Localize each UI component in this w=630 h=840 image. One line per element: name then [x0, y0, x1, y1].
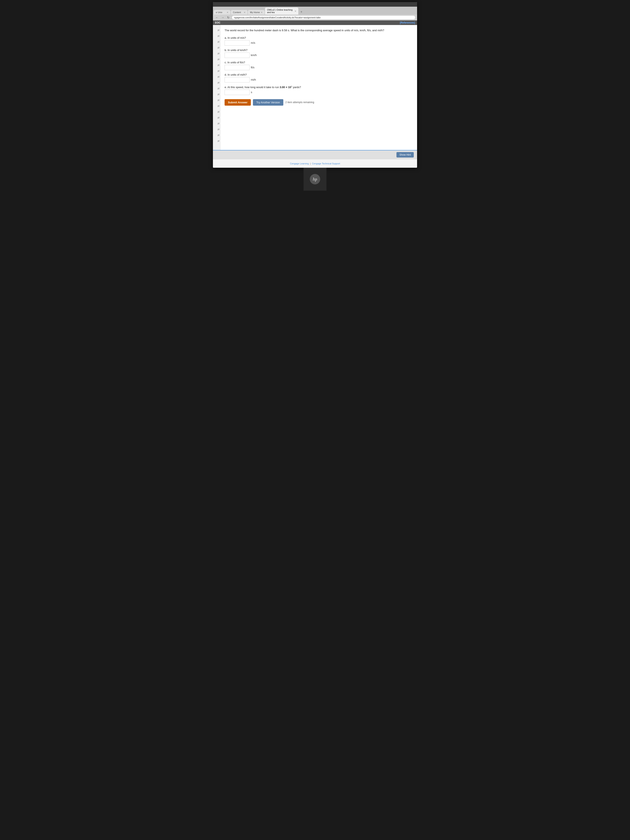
pt-label-8: pt	[213, 68, 220, 74]
tab-myhome-label: My Home	[250, 11, 260, 14]
tab-owlv2-close[interactable]: ✕	[295, 10, 296, 12]
tab-uni-close[interactable]: ✕	[227, 11, 228, 14]
tab-owlv2-label: OWLv2 | Online teaching and lea	[267, 8, 294, 14]
new-tab-button[interactable]: +	[299, 9, 304, 14]
sub-label-a: a. In units of m/s?	[224, 36, 413, 39]
reload-button[interactable]: ↻	[226, 16, 231, 20]
browser-window: e Univ ✕ Content ✕ My Home ✕ OWLv2 | Onl…	[213, 2, 417, 168]
pt-label-16: pt	[213, 115, 220, 120]
tab-content-close[interactable]: ✕	[244, 11, 245, 14]
tab-uni-label: e Univ	[216, 11, 222, 14]
sub-question-b: b. In units of km/h? km/h	[224, 49, 413, 58]
cengage-support-link[interactable]: Cengage Technical Support	[312, 162, 340, 165]
pt-label-4: pt	[213, 44, 220, 51]
tab-myhome[interactable]: My Home ✕	[248, 10, 265, 14]
sub-label-b: b. In units of km/h?	[224, 49, 413, 52]
tab-bar: e Univ ✕ Content ✕ My Home ✕ OWLv2 | Onl…	[213, 7, 417, 14]
cengage-learning-link[interactable]: Cengage Learning	[290, 162, 309, 165]
answer-input-d[interactable]	[224, 77, 249, 82]
tab-content[interactable]: Content ✕	[231, 10, 248, 14]
answer-input-e[interactable]	[224, 90, 249, 95]
tab-myhome-close[interactable]: ✕	[261, 11, 262, 14]
browser-chrome: e Univ ✕ Content ✕ My Home ✕ OWLv2 | Onl…	[213, 7, 417, 21]
pt-label-10: pt	[213, 80, 220, 85]
address-bar[interactable]: ngagenow.com/ilrn/takeAssignment/takeCov…	[232, 16, 415, 20]
laptop-outer: e Univ ✕ Content ✕ My Home ✕ OWLv2 | Onl…	[0, 0, 630, 840]
tab-content-label: Content	[233, 11, 241, 14]
pt-label-18: pt	[213, 126, 220, 132]
answer-input-b[interactable]	[224, 52, 249, 58]
input-row-c: ft/s	[224, 65, 413, 70]
submit-button[interactable]: Submit Answer	[224, 99, 251, 106]
answer-input-a[interactable]	[224, 40, 249, 46]
sub-label-e-prefix: e. At this speed, how long would it take…	[224, 85, 280, 89]
sub-label-e-suffix: yards?	[292, 85, 301, 89]
pt-label-9: pt	[213, 74, 220, 80]
references-link[interactable]: [References]	[400, 21, 415, 24]
hp-logo: hp	[310, 174, 320, 185]
sub-question-c: c. In units of ft/s? ft/s	[224, 61, 413, 70]
pt-label-2: pt	[213, 33, 220, 39]
pt-label-19: pt	[213, 132, 220, 138]
pt-label-3: pt	[213, 39, 220, 44]
pt-label-1: pt	[213, 27, 220, 33]
unit-label-c: ft/s	[251, 66, 254, 69]
question-area: The world record for the hundred meter d…	[220, 25, 417, 150]
pt-label-7: pt	[213, 62, 220, 68]
sidebar: pt pt pt pt pt pt pt pt pt pt pt pt pt p…	[213, 25, 220, 150]
hint-bar: Show Hint	[213, 150, 417, 159]
attempts-remaining: 2 item attempts remaining	[286, 101, 314, 104]
input-row-d: mi/h	[224, 77, 413, 82]
eoc-bar: EOC [References]	[213, 21, 417, 25]
pt-label-13: pt	[213, 97, 220, 103]
os-topbar	[213, 2, 417, 7]
sub-label-d: d. In units of mi/h?	[224, 73, 413, 76]
back-button[interactable]: ←	[215, 16, 219, 20]
sub-question-d: d. In units of mi/h? mi/h	[224, 73, 413, 82]
input-row-a: m/s	[224, 40, 413, 46]
pt-label-17: pt	[213, 120, 220, 126]
unit-label-e: s	[251, 91, 252, 94]
sub-label-e-math: 3.00 × 10	[280, 85, 291, 89]
input-row-e: s	[224, 90, 413, 95]
action-row: Submit Answer Try Another Version 2 item…	[224, 99, 413, 106]
question-text: The world record for the hundred meter d…	[224, 28, 413, 33]
pt-label-11: pt	[213, 85, 220, 91]
pt-label-6: pt	[213, 56, 220, 62]
footer: Cengage Learning | Cengage Technical Sup…	[213, 159, 417, 168]
sub-question-e: e. At this speed, how long would it take…	[224, 85, 413, 95]
hp-area: hp	[303, 168, 327, 191]
sub-label-e: e. At this speed, how long would it take…	[224, 85, 413, 89]
sub-question-a: a. In units of m/s? m/s	[224, 36, 413, 46]
show-hint-button[interactable]: Show Hint	[396, 152, 414, 158]
pt-label-12: pt	[213, 91, 220, 97]
pt-label-15: pt	[213, 109, 220, 115]
content-area: pt pt pt pt pt pt pt pt pt pt pt pt pt p…	[213, 25, 417, 150]
pt-label-14: pt	[213, 103, 220, 109]
try-another-version-button[interactable]: Try Another Version	[253, 99, 283, 106]
pt-label-5: pt	[213, 51, 220, 56]
address-bar-row: ← → ↻ ngagenow.com/ilrn/takeAssignment/t…	[213, 14, 417, 21]
sub-label-c: c. In units of ft/s?	[224, 61, 413, 64]
unit-label-d: mi/h	[251, 78, 256, 81]
unit-label-b: km/h	[251, 54, 257, 57]
answer-input-c[interactable]	[224, 65, 249, 70]
pt-label-20: pt	[213, 138, 220, 144]
tab-uni[interactable]: e Univ ✕	[214, 10, 231, 14]
forward-button[interactable]: →	[220, 16, 225, 20]
input-row-b: km/h	[224, 52, 413, 58]
eoc-label: EOC	[215, 21, 220, 24]
unit-label-a: m/s	[251, 41, 255, 44]
footer-text: Cengage Learning | Cengage Technical Sup…	[290, 162, 340, 165]
tab-owlv2[interactable]: OWLv2 | Online teaching and lea ✕	[265, 8, 298, 14]
